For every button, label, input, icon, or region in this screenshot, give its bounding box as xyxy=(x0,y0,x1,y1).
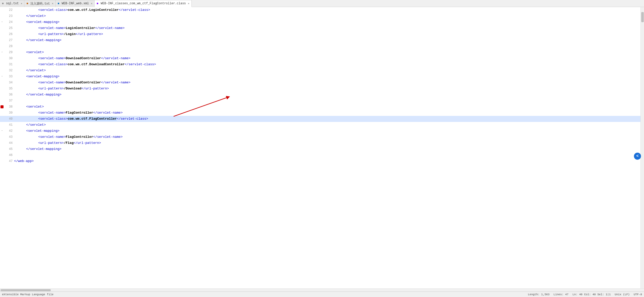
help-icon: < xyxy=(636,154,639,158)
xml-tab-icon: ■ xyxy=(58,2,61,5)
tab-xml-close[interactable]: ✕ xyxy=(91,2,92,5)
code-text-31: <servlet-class>com.wm.ctf.DownloadContro… xyxy=(14,61,640,68)
code-line-32: 32 </servlet> xyxy=(0,68,640,74)
code-text-29: <servlet> xyxy=(14,49,640,55)
horizontal-scrollbar[interactable] xyxy=(0,288,644,291)
gutter-44 xyxy=(0,140,4,146)
tab-class-label: WEB-INF_classes_com_wm_ctf_FlagControlle… xyxy=(101,2,186,5)
code-line-34: 34 <servlet-name>DownloadController</ser… xyxy=(0,80,640,86)
gutter-29: − xyxy=(0,49,4,55)
gutter-33: − xyxy=(0,74,4,80)
code-line-29: − 29 <servlet> xyxy=(0,49,640,55)
tab-sql-close[interactable]: ✕ xyxy=(21,2,22,5)
status-right: Length: 1,563 Lines: 47 Ln: 40 Col: 40 S… xyxy=(528,293,642,296)
class-tab-icon: ■ xyxy=(97,2,100,5)
gutter-36 xyxy=(0,92,4,98)
linenum-26: 26 xyxy=(4,31,14,37)
code-text-23: </servlet> xyxy=(14,13,640,19)
tab-web-inf-xml[interactable]: ■ WEB-INF_web.xml ✕ xyxy=(56,0,95,7)
code-text-43: <servlet-name>FlagController</servlet-na… xyxy=(14,134,640,140)
code-line-28: 28 xyxy=(0,43,640,49)
code-line-36: 36 </servlet-mapping> xyxy=(0,92,640,98)
code-line-23: 23 </servlet> xyxy=(0,13,640,19)
tab-bar: ■ sql.txt ✕ ■ 注入源码.txt ✕ ■ WEB-INF_web.x… xyxy=(0,0,644,7)
code-line-33: − 33 <servlet-mapping> xyxy=(0,74,640,80)
linenum-40: 40 xyxy=(4,116,14,122)
tab-source-label: 注入源码.txt xyxy=(30,2,50,6)
sql-tab-icon: ■ xyxy=(2,2,5,5)
tab-flag-class[interactable]: ■ WEB-INF_classes_com_wm_ctf_FlagControl… xyxy=(95,0,192,7)
linenum-37: 37 xyxy=(4,98,14,104)
gutter-42: − xyxy=(0,128,4,134)
gutter-38 xyxy=(0,104,4,110)
tab-sql-label: sql.txt xyxy=(6,2,19,5)
code-line-41: 41 </servlet> xyxy=(0,122,640,128)
gutter-47 xyxy=(0,158,4,164)
gutter-39 xyxy=(0,110,4,116)
code-text-33: <servlet-mapping> xyxy=(14,74,640,80)
code-line-35: 35 <url-pattern>/Download</url-pattern> xyxy=(0,86,640,92)
linenum-46: 46 xyxy=(4,152,14,158)
code-text-40: <servlet-class>com.wm.ctf.FlagController… xyxy=(14,116,640,122)
code-text-41: </servlet> xyxy=(14,122,640,128)
tab-source-close[interactable]: ✕ xyxy=(52,2,53,5)
linenum-29: 29 xyxy=(4,49,14,55)
gutter-31 xyxy=(0,61,4,68)
tab-sql[interactable]: ■ sql.txt ✕ xyxy=(0,0,24,7)
gutter-34 xyxy=(0,80,4,86)
editor-container: 22 <servlet-class>com.wm.ctf.LoginContro… xyxy=(0,7,644,291)
code-line-25: 25 <servlet-name>LoginController</servle… xyxy=(0,25,640,31)
code-text-45: </servlet-mapping> xyxy=(14,146,640,152)
linenum-25: 25 xyxy=(4,25,14,31)
code-text-26: <url-pattern>/Login</url-pattern> xyxy=(14,31,640,37)
selected-text-40: com.wm.ctf.FlagController xyxy=(68,117,117,121)
gutter-35 xyxy=(0,86,4,92)
file-type-label: eXtensible Markup Language file xyxy=(2,293,54,296)
charset-label: UTF-8 xyxy=(634,293,642,296)
code-area: 22 <servlet-class>com.wm.ctf.LoginContro… xyxy=(0,7,644,288)
gutter-26 xyxy=(0,31,4,37)
code-text-35: <url-pattern>/Download</url-pattern> xyxy=(14,86,640,92)
linenum-42: 42 xyxy=(4,128,14,134)
gutter-23 xyxy=(0,13,4,19)
length-label: Length: 1,563 xyxy=(528,293,549,296)
fold-icon-33[interactable]: − xyxy=(1,74,3,80)
code-text-38: <servlet> xyxy=(14,104,640,110)
gutter-37 xyxy=(0,98,4,104)
status-bar: eXtensible Markup Language file Length: … xyxy=(0,291,644,297)
code-line-26: 26 <url-pattern>/Login</url-pattern> xyxy=(0,31,640,37)
code-text-42: <servlet-mapping> xyxy=(14,128,640,134)
code-text-25: <servlet-name>LoginController</servlet-n… xyxy=(14,25,640,31)
cursor-label: Ln: 40 Col: 40 Sel: 1|1 xyxy=(573,293,611,296)
linenum-47: 47 xyxy=(4,158,14,164)
gutter-24: − xyxy=(0,19,4,25)
gutter-28 xyxy=(0,43,4,49)
code-line-39: 39 <servlet-name>FlagController</servlet… xyxy=(0,110,640,116)
tab-source[interactable]: ■ 注入源码.txt ✕ xyxy=(24,0,56,7)
linenum-33: 33 xyxy=(4,74,14,80)
scroll-thumb[interactable] xyxy=(641,12,644,22)
linenum-35: 35 xyxy=(4,86,14,92)
gutter-30 xyxy=(0,55,4,61)
gutter-40 xyxy=(0,116,4,122)
java-tab-icon: ■ xyxy=(26,2,29,5)
code-scroll-area[interactable]: 22 <servlet-class>com.wm.ctf.LoginContro… xyxy=(0,7,640,288)
linenum-22: 22 xyxy=(4,7,14,13)
linenum-31: 31 xyxy=(4,61,14,68)
tab-class-close[interactable]: ✕ xyxy=(188,2,189,5)
linenum-41: 41 xyxy=(4,122,14,128)
fold-icon-29[interactable]: − xyxy=(1,49,3,55)
help-button[interactable]: < xyxy=(634,153,641,160)
gutter-25 xyxy=(0,25,4,31)
fold-icon-24[interactable]: − xyxy=(1,19,3,25)
code-text-34: <servlet-name>DownloadController</servle… xyxy=(14,80,640,86)
linenum-23: 23 xyxy=(4,13,14,19)
gutter-22 xyxy=(0,7,4,13)
h-scroll-thumb[interactable] xyxy=(1,289,51,291)
fold-icon-42[interactable]: − xyxy=(1,128,3,134)
code-text-39: <servlet-name>FlagController</servlet-na… xyxy=(14,110,640,116)
vertical-scrollbar[interactable] xyxy=(640,7,644,288)
gutter-45 xyxy=(0,146,4,152)
code-text-36: </servlet-mapping> xyxy=(14,92,640,98)
code-text-44: <url-pattern>/Flag</url-pattern> xyxy=(14,140,640,146)
